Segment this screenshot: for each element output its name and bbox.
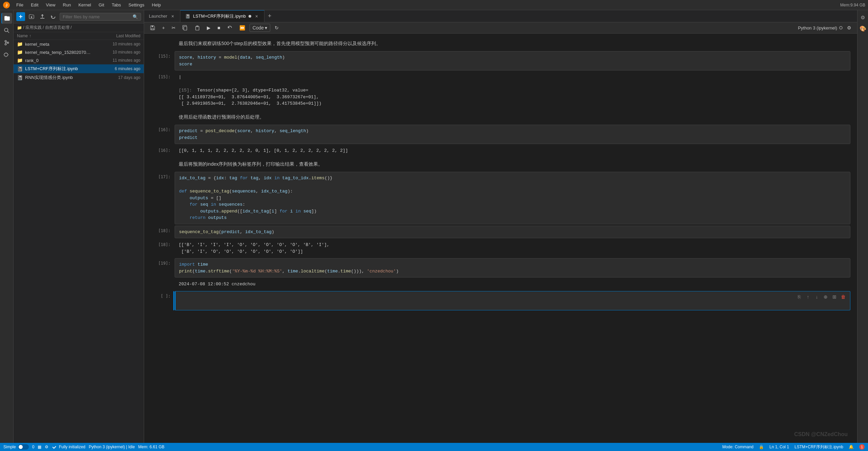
add-cell-btn[interactable]: + bbox=[160, 24, 167, 32]
merge-btn[interactable]: ⊞ bbox=[831, 293, 838, 301]
folder-icon: 📁 bbox=[17, 25, 22, 30]
code-cell-content[interactable]: idx_to_tag = {idx: tag for tag, idx in t… bbox=[175, 172, 850, 224]
new-launcher-btn[interactable] bbox=[16, 12, 25, 21]
cut-btn[interactable]: ✂ bbox=[169, 24, 178, 32]
menu-run[interactable]: Run bbox=[59, 1, 74, 9]
save-btn[interactable] bbox=[147, 24, 158, 32]
text-cell-content: 最后将预测的index序列转换为标签序列，打印输出结果，查看效果。 bbox=[175, 158, 850, 170]
output-exec-count: [15]: bbox=[151, 72, 175, 109]
column-modified-header[interactable]: Last Modified bbox=[93, 34, 140, 38]
cell-type-dropdown[interactable]: Code ▾ bbox=[250, 24, 270, 32]
menu-help[interactable]: Help bbox=[149, 1, 164, 9]
tab-close-launcher[interactable]: × bbox=[170, 14, 175, 19]
code-cell-content[interactable]: import time print(time.strftime('%Y-%m-%… bbox=[175, 258, 850, 278]
tab-close-lstm[interactable]: × bbox=[254, 14, 259, 19]
cursor-position: Ln 1, Col 1 bbox=[769, 445, 789, 449]
bell-icon[interactable]: 🔔 bbox=[849, 445, 854, 449]
file-item-kernel-meta[interactable]: 📁 kernel_meta 10 minutes ago bbox=[14, 40, 144, 48]
right-settings-btn[interactable]: ⚙ bbox=[858, 13, 868, 22]
notification-badge: 1 bbox=[859, 444, 865, 450]
move-up-btn[interactable]: ↑ bbox=[804, 293, 812, 301]
output-15: [15]: | [15]: Tensor(shape=[2, 3], dtype… bbox=[151, 72, 850, 109]
watermark: CSDN @CNZedChou bbox=[794, 431, 848, 437]
file-item-kernel-meta-temp[interactable]: 📁 kernel_meta_temp_152802070816610... 10… bbox=[14, 48, 144, 56]
move-down-btn[interactable]: ↓ bbox=[813, 293, 821, 301]
cell-exec-count: [18]: bbox=[151, 226, 175, 239]
upload-btn[interactable] bbox=[38, 12, 47, 21]
file-item-rnn-notebook[interactable]: 📓 RNN实现情感分类.ipynb 17 days ago bbox=[14, 73, 144, 82]
cell-16[interactable]: [16]: predict = post_decode(score, histo… bbox=[151, 125, 850, 144]
kernel-settings-btn[interactable]: ⚙ bbox=[845, 24, 854, 32]
cell-exec-count: [ ]: bbox=[151, 291, 175, 310]
run-btn[interactable]: ▶ bbox=[204, 24, 213, 32]
menu-view[interactable]: View bbox=[42, 1, 59, 9]
delete-cell-btn[interactable]: 🗑 bbox=[840, 293, 847, 301]
tab-add-btn[interactable]: + bbox=[264, 13, 275, 20]
refresh-btn[interactable] bbox=[49, 12, 58, 21]
settings-icon[interactable]: ⚙ bbox=[45, 445, 48, 449]
column-name-header[interactable]: Name ↑ bbox=[17, 34, 93, 38]
output-cell-content: [[0, 1, 1, 1, 2, 2, 2, 2, 2, 0, 1], [0, … bbox=[175, 145, 850, 156]
sidebar-extensions-btn[interactable] bbox=[1, 49, 12, 60]
cell-text2: 使用后处理函数进行预测得分的后处理。 bbox=[151, 110, 850, 123]
output-exec-count: [18]: bbox=[151, 240, 175, 257]
cell-17[interactable]: [17]: idx_to_tag = {idx: tag for tag, id… bbox=[151, 172, 850, 224]
add-below-btn[interactable]: ⊕ bbox=[822, 293, 829, 301]
code-cell-content[interactable]: predict = post_decode(score, history, se… bbox=[175, 125, 850, 144]
folder-icon: 📁 bbox=[17, 49, 23, 55]
copy-cell-btn[interactable]: ⎘ bbox=[795, 293, 803, 301]
statusbar-left: Simple 0 ▦ ⚙ Fully initialized Python 3 … bbox=[3, 444, 719, 450]
file-modified: 11 minutes ago bbox=[93, 58, 140, 63]
code-cell-content[interactable]: sequence_to_tag(predict, idx_to_tag) bbox=[175, 226, 850, 239]
menu-edit[interactable]: Edit bbox=[27, 1, 42, 9]
notebook-tab-icon: 📓 bbox=[185, 14, 190, 19]
kernel-status: Python 3 (ipykernel) | Idle bbox=[89, 445, 135, 449]
menu-file[interactable]: File bbox=[13, 1, 27, 9]
menu-git[interactable]: Git bbox=[95, 1, 108, 9]
sort-indicator: ↑ bbox=[29, 34, 31, 38]
simple-toggle[interactable]: Simple bbox=[3, 444, 29, 450]
cell-18[interactable]: [18]: sequence_to_tag(predict, idx_to_ta… bbox=[151, 226, 850, 239]
file-item-rank0[interactable]: 📁 rank_0 11 minutes ago bbox=[14, 56, 144, 64]
sync-btn[interactable]: ↻ bbox=[272, 24, 281, 32]
tab-lstm[interactable]: 📓 LSTM+CRF序列标注.ipynb × bbox=[180, 10, 264, 22]
tab-launcher[interactable]: Launcher × bbox=[144, 10, 180, 22]
toggle-switch[interactable] bbox=[18, 444, 29, 450]
cell-19[interactable]: [19]: import time print(time.strftime('%… bbox=[151, 258, 850, 278]
search-input[interactable] bbox=[63, 14, 131, 19]
text-cell-content: 最后我们来观察训练500个step后的模型效果，首先使用模型预测可能的路径得分以… bbox=[175, 37, 850, 50]
file-name: kernel_meta bbox=[25, 42, 93, 47]
file-item-lstm-notebook[interactable]: 📓 LSTM+CRF序列标注.ipynb 6 minutes ago bbox=[14, 64, 144, 73]
new-folder-btn[interactable] bbox=[27, 12, 36, 21]
cell-text1: 最后我们来观察训练500个step后的模型效果，首先使用模型预测可能的路径得分以… bbox=[151, 37, 850, 50]
cell-empty-active[interactable]: [ ]: ⎘ ↑ ↓ ⊕ ⊞ 🗑 bbox=[151, 291, 850, 310]
search-box: 🔍 bbox=[60, 13, 141, 21]
file-list-header: Name ↑ Last Modified bbox=[14, 32, 144, 40]
stop-btn[interactable]: ■ bbox=[215, 24, 222, 32]
statusbar: Simple 0 ▦ ⚙ Fully initialized Python 3 … bbox=[0, 443, 868, 451]
output-cell-content: | [15]: Tensor(shape=[2, 3], dtype=Float… bbox=[175, 72, 850, 109]
sidebar-files-btn[interactable] bbox=[1, 13, 12, 24]
breadcrumb-path[interactable]: / 应用实践 / 自然语言处理 / bbox=[23, 25, 72, 30]
file-name: RNN实现情感分类.ipynb bbox=[25, 75, 93, 81]
restart-run-btn[interactable]: ⏩ bbox=[237, 24, 248, 32]
sidebar-search-btn[interactable] bbox=[1, 25, 12, 36]
output-exec-count: [16]: bbox=[151, 145, 175, 156]
cell-15[interactable]: [15]: score, history = model(data, seq_l… bbox=[151, 51, 850, 70]
menu-kernel[interactable]: Kernel bbox=[75, 1, 95, 9]
paste-btn[interactable] bbox=[192, 24, 202, 32]
kernel-info: Python 3 (ipykernel) bbox=[798, 25, 843, 30]
file-list: 📁 kernel_meta 10 minutes ago 📁 kernel_me… bbox=[14, 40, 144, 443]
code-cell-empty[interactable] bbox=[175, 291, 850, 310]
copy-btn[interactable] bbox=[180, 24, 190, 32]
code-cell-content[interactable]: score, history = model(data, seq_length)… bbox=[175, 51, 850, 70]
cell-gutter bbox=[151, 158, 175, 170]
file-modified: 10 minutes ago bbox=[93, 50, 140, 55]
output-cell-content: 2024-07-08 12:00:52 cnzedchou bbox=[175, 279, 850, 290]
menu-settings[interactable]: Settings bbox=[125, 1, 148, 9]
restart-btn[interactable] bbox=[225, 24, 235, 32]
menu-tabs[interactable]: Tabs bbox=[108, 1, 124, 9]
sidebar-git-btn[interactable] bbox=[1, 37, 12, 48]
svg-point-4 bbox=[5, 40, 6, 42]
right-palette-btn[interactable]: 🎨 bbox=[858, 24, 868, 33]
